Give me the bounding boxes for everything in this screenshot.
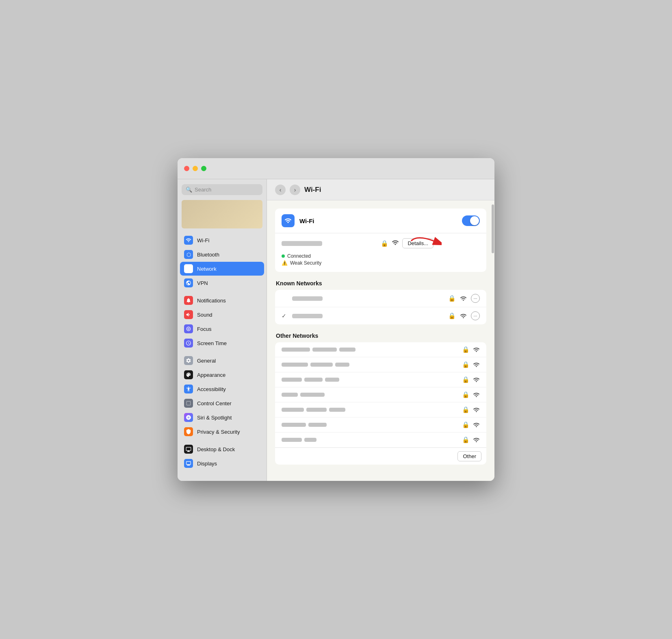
known-more-btn-2[interactable]: ··· — [471, 311, 480, 320]
wifi-header: Wi-Fi — [275, 209, 486, 233]
other-network-row-7: 🔒 — [275, 433, 486, 448]
avatar-area — [182, 200, 262, 228]
pill-5a — [282, 408, 304, 412]
sidebar-item-displays[interactable]: Displays — [180, 456, 264, 470]
sidebar-item-label-network: Network — [197, 266, 217, 272]
known-network-icons-2: 🔒 ··· — [448, 311, 480, 320]
sidebar-item-wifi[interactable]: Wi-Fi — [180, 233, 264, 247]
desktop-icon — [184, 445, 193, 454]
other-lock-3: 🔒 — [462, 376, 470, 383]
titlebar — [178, 158, 494, 179]
sidebar-item-label-sound: Sound — [197, 312, 212, 318]
known-wifi-icon-2 — [460, 313, 467, 320]
security-text: Weak Security — [290, 260, 321, 266]
main-header: ‹ › Wi-Fi — [267, 179, 494, 200]
general-icon — [184, 356, 193, 365]
sidebar-item-screentime[interactable]: Screen Time — [180, 336, 264, 350]
other-network-row-3: 🔒 — [275, 372, 486, 387]
sidebar-item-sound[interactable]: Sound — [180, 308, 264, 322]
search-bar[interactable]: 🔍 Search — [182, 184, 262, 195]
sidebar-items: Wi-Fi ⬡ Bluetooth Network — [178, 233, 267, 481]
pill-2b — [310, 363, 333, 367]
other-net-icons-3: 🔒 — [462, 376, 480, 383]
pill-5b — [306, 408, 327, 412]
forward-button[interactable]: › — [290, 185, 300, 195]
sidebar-item-label-wifi: Wi-Fi — [197, 237, 209, 243]
other-lock-2: 🔒 — [462, 361, 470, 368]
sidebar-item-label-accessibility: Accessibility — [197, 386, 226, 392]
other-network-row-5: 🔒 — [275, 402, 486, 417]
back-button[interactable]: ‹ — [275, 185, 286, 195]
sidebar-item-privacy[interactable]: Privacy & Security — [180, 425, 264, 439]
sidebar: 🔍 Search Wi-Fi ⬡ — [178, 179, 267, 481]
sidebar-item-notifications[interactable]: Notifications — [180, 293, 264, 307]
other-wifi-5 — [473, 406, 480, 413]
sidebar-item-bluetooth[interactable]: ⬡ Bluetooth — [180, 248, 264, 261]
pill-6a — [282, 423, 306, 427]
window-content: 🔍 Search Wi-Fi ⬡ — [178, 179, 494, 481]
pill-7a — [282, 438, 302, 442]
sidebar-item-vpn[interactable]: VPN — [180, 276, 264, 290]
bluetooth-icon: ⬡ — [184, 250, 193, 259]
siri-icon — [184, 413, 193, 422]
focus-icon — [184, 324, 193, 333]
screentime-icon — [184, 339, 193, 348]
pill-1b — [312, 348, 337, 352]
sidebar-item-label-appearance: Appearance — [197, 372, 225, 378]
controlcenter-icon — [184, 399, 193, 408]
appearance-icon — [184, 370, 193, 379]
vpn-icon — [184, 278, 193, 287]
close-button[interactable] — [184, 166, 189, 171]
pill-2a — [282, 363, 308, 367]
connected-dot — [282, 254, 285, 258]
page-title: Wi-Fi — [304, 186, 321, 194]
sidebar-item-focus[interactable]: Focus — [180, 322, 264, 336]
sidebar-item-label-general: General — [197, 358, 216, 364]
known-network-icons-1: 🔒 ··· — [448, 294, 480, 303]
sidebar-item-desktop[interactable]: Desktop & Dock — [180, 442, 264, 456]
warning-icon: ⚠️ — [282, 260, 288, 266]
maximize-button[interactable] — [201, 166, 206, 171]
known-wifi-icon-1 — [460, 295, 467, 302]
sidebar-item-label-notifications: Notifications — [197, 298, 226, 304]
scrollbar-thumb[interactable] — [492, 204, 494, 253]
scrollbar-track[interactable] — [491, 200, 494, 481]
accessibility-icon — [184, 385, 193, 393]
pill-4b — [300, 393, 325, 397]
known-networks-label: Known Networks — [275, 280, 486, 287]
search-icon: 🔍 — [186, 187, 192, 193]
sidebar-item-general[interactable]: General — [180, 354, 264, 367]
minimize-button[interactable] — [193, 166, 198, 171]
other-networks-label: Other Networks — [275, 333, 486, 339]
sidebar-item-appearance[interactable]: Appearance — [180, 368, 264, 382]
sidebar-item-label-focus: Focus — [197, 326, 211, 332]
other-wifi-7 — [473, 437, 480, 443]
lock-icon: 🔒 — [381, 240, 388, 247]
other-wifi-4 — [473, 391, 480, 398]
pill-1a — [282, 348, 310, 352]
pill-3b — [304, 378, 323, 382]
other-net-icons-6: 🔒 — [462, 421, 480, 428]
wifi-toggle[interactable] — [462, 215, 480, 226]
pill-3a — [282, 378, 302, 382]
sidebar-item-network[interactable]: Network — [180, 262, 264, 276]
other-net-name-2 — [282, 363, 462, 367]
known-lock-icon-2: 🔒 — [448, 312, 456, 320]
connected-text: Connected — [287, 253, 311, 259]
other-net-icons-7: 🔒 — [462, 436, 480, 443]
known-network-name-1 — [292, 296, 323, 301]
sidebar-item-siri[interactable]: Siri & Spotlight — [180, 411, 264, 424]
sidebar-item-label-bluetooth: Bluetooth — [197, 252, 219, 258]
wifi-card: Wi-Fi — [275, 209, 486, 272]
check-mark-2: ✓ — [282, 313, 288, 319]
sidebar-item-controlcenter[interactable]: Control Center — [180, 396, 264, 410]
wifi-icon — [184, 236, 193, 245]
sidebar-item-accessibility[interactable]: Accessibility — [180, 382, 264, 396]
known-more-btn-1[interactable]: ··· — [471, 294, 480, 303]
known-lock-icon-1: 🔒 — [448, 295, 456, 302]
pill-1c — [339, 348, 356, 352]
other-button[interactable]: Other — [457, 451, 481, 461]
sidebar-item-label-screentime: Screen Time — [197, 340, 227, 346]
connected-network-name — [282, 241, 322, 246]
pill-4a — [282, 393, 298, 397]
